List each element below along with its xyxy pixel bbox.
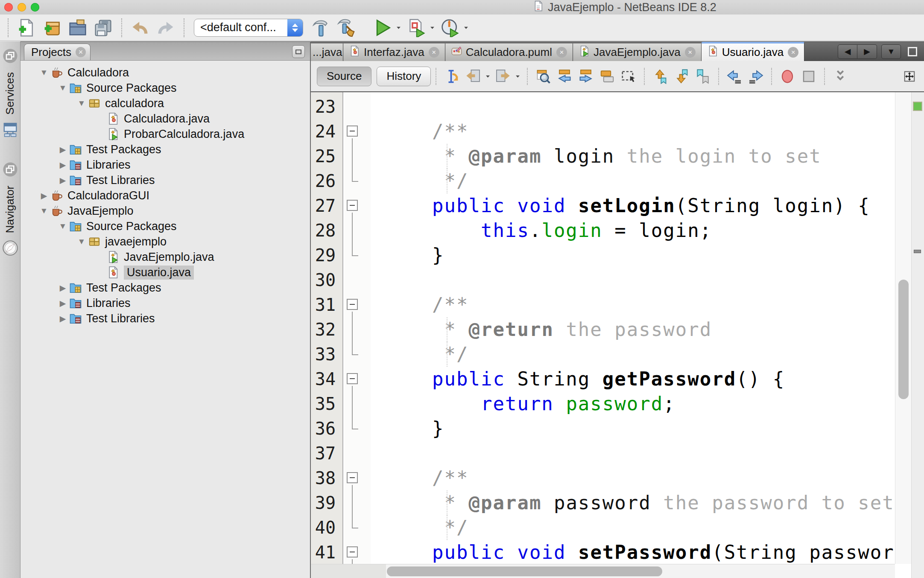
fold-collapse-box[interactable] — [340, 367, 371, 391]
tree-item-calculadoragui[interactable]: ▶CalculadoraGUI — [20, 188, 310, 203]
code-text[interactable]: public void setLogin(String login) { — [371, 193, 895, 218]
tree-item-usuario-java[interactable]: Usuario.java — [20, 265, 310, 280]
profile-project-icon[interactable] — [441, 18, 459, 37]
start-macro-recording-icon[interactable] — [778, 67, 797, 86]
dropdown-arrow-icon[interactable] — [463, 24, 469, 31]
redo-icon[interactable] — [156, 18, 175, 37]
editor-tab-calculadora-puml[interactable]: Calculadora.puml× — [445, 43, 573, 61]
maximize-editor-button[interactable] — [905, 44, 920, 59]
services-window-icon[interactable] — [2, 122, 18, 140]
expand-arrow-icon[interactable]: ▶ — [56, 314, 69, 324]
forward-icon[interactable] — [494, 67, 512, 86]
tree-item-libraries[interactable]: ▶Libraries — [20, 295, 310, 311]
source-view-button[interactable]: Source — [317, 67, 371, 86]
scroll-tabs-right-button[interactable]: ▶ — [857, 44, 877, 59]
tree-item-javaejemplo[interactable]: ▼JavaEjemplo — [20, 203, 310, 219]
horizontal-scrollbar-thumb[interactable] — [387, 566, 662, 576]
tree-item-calculadora[interactable]: ▼Calculadora — [20, 65, 310, 80]
code-text[interactable] — [371, 268, 895, 292]
toggle-bookmark-icon[interactable] — [693, 67, 712, 86]
run-project-icon[interactable] — [373, 18, 392, 37]
projects-tab[interactable]: Projects × — [24, 44, 91, 60]
split-document-icon[interactable] — [900, 67, 919, 86]
expand-arrow-icon[interactable]: ▶ — [56, 145, 69, 155]
code-text[interactable]: public String getPassword() { — [371, 367, 895, 391]
collapse-panel-button[interactable] — [292, 45, 305, 58]
expand-toolbar-icon[interactable] — [831, 67, 850, 86]
dropdown-arrow-icon[interactable] — [395, 24, 402, 31]
expand-arrow-icon[interactable]: ▶ — [56, 160, 69, 170]
compass-icon[interactable] — [2, 240, 18, 258]
shift-right-icon[interactable] — [746, 67, 765, 86]
fold-collapse-box[interactable] — [340, 193, 371, 218]
tree-item-test-packages[interactable]: ▶Test Packages — [20, 142, 310, 157]
dock-tab-navigator[interactable]: Navigator — [3, 186, 17, 233]
vertical-scrollbar[interactable] — [895, 92, 911, 564]
previous-bookmark-icon[interactable] — [651, 67, 670, 86]
tree-item-javaejemplo[interactable]: ▼javaejemplo — [20, 234, 310, 249]
editor-tab--java[interactable]: ...java — [311, 43, 343, 61]
tab-list-dropdown-button[interactable]: ▼ — [881, 44, 901, 59]
code-text[interactable]: this.login = login; — [371, 218, 895, 243]
collapse-arrow-icon[interactable]: ▼ — [75, 237, 88, 246]
tree-item-source-packages[interactable]: ▼Source Packages — [20, 80, 310, 96]
config-combobox[interactable]: <default conf... — [194, 19, 303, 37]
collapse-arrow-icon[interactable]: ▼ — [38, 68, 50, 77]
tree-item-javaejemplo-java[interactable]: JavaEjemplo.java — [20, 249, 310, 265]
tree-item-test-libraries[interactable]: ▶Test Libraries — [20, 172, 310, 188]
last-edit-location-icon[interactable] — [442, 67, 461, 86]
caret-position-mark[interactable] — [914, 250, 921, 253]
tree-item-libraries[interactable]: ▶Libraries — [20, 157, 310, 172]
editor-tab-usuario-java[interactable]: Usuario.java× — [702, 42, 805, 61]
back-icon[interactable] — [464, 67, 482, 86]
collapse-arrow-icon[interactable]: ▼ — [56, 222, 69, 231]
close-tab-icon[interactable]: × — [788, 47, 798, 58]
open-project-icon[interactable] — [68, 18, 87, 37]
vertical-scrollbar-thumb[interactable] — [898, 280, 909, 399]
close-tab-icon[interactable]: × — [556, 47, 567, 58]
code-text[interactable]: /** — [371, 466, 895, 490]
editor-tab-interfaz-java[interactable]: Interfaz.java× — [343, 43, 445, 61]
collapse-arrow-icon[interactable]: ▼ — [75, 99, 88, 108]
close-tab-icon[interactable]: × — [429, 47, 439, 58]
new-file-icon[interactable] — [17, 18, 36, 37]
expand-arrow-icon[interactable]: ▶ — [56, 298, 69, 308]
debug-project-icon[interactable] — [407, 18, 426, 37]
stop-macro-recording-icon[interactable] — [799, 67, 818, 86]
new-project-icon[interactable] — [43, 18, 61, 37]
tree-item-test-libraries[interactable]: ▶Test Libraries — [20, 311, 310, 326]
code-text[interactable] — [371, 441, 895, 466]
collapse-arrow-icon[interactable]: ▼ — [56, 83, 69, 93]
rectangular-selection-icon[interactable] — [619, 67, 638, 86]
build-project-icon[interactable] — [311, 18, 330, 37]
code-text[interactable]: */ — [371, 515, 895, 540]
restore-navigator-window-icon[interactable] — [3, 162, 18, 179]
close-window-button[interactable] — [4, 3, 13, 12]
undo-icon[interactable] — [131, 18, 149, 37]
expand-arrow-icon[interactable]: ▶ — [38, 191, 50, 201]
code-text[interactable]: */ — [371, 169, 895, 193]
horizontal-scrollbar[interactable] — [311, 564, 895, 578]
combo-spinner-icon[interactable] — [287, 19, 303, 36]
clean-and-build-project-icon[interactable] — [336, 18, 355, 37]
tree-item-calculadora-java[interactable]: Calculadora.java — [20, 111, 310, 126]
shift-left-icon[interactable] — [725, 67, 744, 86]
minimize-window-button[interactable] — [18, 3, 26, 12]
editor-tab-javaejemplo-java[interactable]: JavaEjemplo.java× — [573, 43, 702, 61]
toggle-highlight-icon[interactable] — [598, 67, 617, 86]
dropdown-arrow-icon[interactable] — [484, 67, 491, 86]
fold-collapse-box[interactable] — [340, 540, 371, 564]
restore-services-window-icon[interactable] — [3, 48, 18, 65]
history-view-button[interactable]: History — [377, 67, 431, 86]
next-bookmark-icon[interactable] — [672, 67, 691, 86]
dropdown-arrow-icon[interactable] — [514, 67, 521, 86]
close-projects-icon[interactable]: × — [76, 47, 86, 57]
fold-collapse-box[interactable] — [340, 466, 371, 490]
expand-arrow-icon[interactable]: ▶ — [56, 283, 69, 293]
code-area[interactable]: 2324 /**25 * @param login the login to s… — [311, 92, 895, 564]
tree-item-test-packages[interactable]: ▶Test Packages — [20, 280, 310, 295]
code-text[interactable]: /** — [371, 292, 895, 317]
code-text[interactable]: */ — [371, 342, 895, 367]
fold-collapse-box[interactable] — [340, 119, 371, 144]
tree-item-probarcalculadora-java[interactable]: ProbarCalculadora.java — [20, 126, 310, 142]
